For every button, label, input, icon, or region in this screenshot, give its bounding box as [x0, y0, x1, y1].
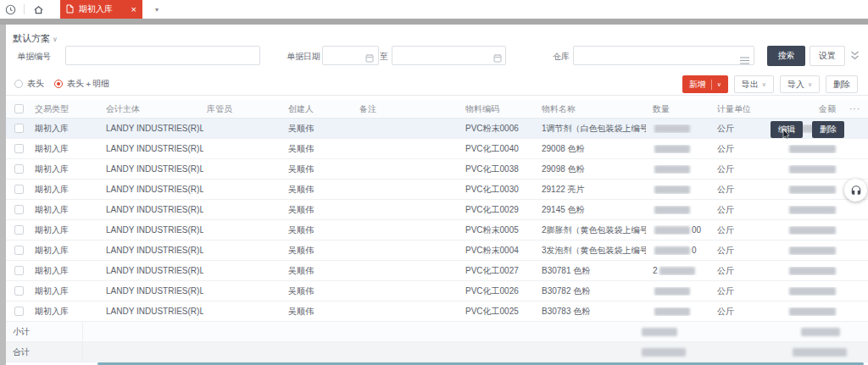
window-divider-band: [0, 19, 868, 25]
table-row[interactable]: 期初入库LANDY INDUSTRIES(R)LTD吴顺伟PVC粉末00061调…: [6, 119, 868, 139]
table-row[interactable]: 期初入库LANDY INDUSTRIES(R)LTD吴顺伟PVC化工004029…: [6, 139, 868, 159]
cell-material-name: 29008 色粉: [538, 143, 646, 155]
warehouse-lookup-input[interactable]: [573, 46, 754, 65]
lookup-list-icon[interactable]: [740, 53, 749, 68]
mouse-cursor-icon: [782, 130, 790, 141]
column-settings-button[interactable]: ···: [848, 104, 868, 113]
document-icon: [66, 2, 74, 17]
home-icon[interactable]: [28, 0, 48, 19]
chevron-down-icon: ∨: [762, 81, 766, 88]
col-remark[interactable]: 备注: [356, 103, 462, 115]
cell-amount-redacted: [767, 206, 848, 214]
table-row[interactable]: 期初入库LANDY INDUSTRIES(R)LTD吴顺伟PVC粉末00043发…: [6, 241, 868, 261]
chevron-down-icon: ∨: [717, 81, 721, 88]
cell-creator: 吴顺伟: [285, 245, 356, 257]
doc-no-label: 单据编号: [17, 51, 51, 63]
row-checkbox[interactable]: [14, 307, 24, 316]
settings-button[interactable]: 设置: [810, 46, 845, 66]
collapse-filters-icon[interactable]: [850, 49, 860, 64]
cell-transaction-type: 期初入库: [31, 245, 103, 257]
tab-initial-stock-in[interactable]: 期初入库 ×: [60, 0, 142, 19]
row-checkbox[interactable]: [14, 246, 24, 255]
filter-scheme-dropdown[interactable]: 默认方案 ∨: [13, 32, 58, 45]
app-window: 期初入库 × ▾ 默认方案 ∨ 单据编号 单据日期 至 仓库: [0, 0, 868, 365]
cell-transaction-type: 期初入库: [31, 123, 103, 135]
row-checkbox[interactable]: [14, 164, 24, 174]
doc-no-input[interactable]: [65, 46, 260, 65]
col-material-code[interactable]: 物料编码: [462, 103, 538, 115]
col-creator[interactable]: 创建人: [285, 103, 356, 115]
tab-close-icon[interactable]: ×: [131, 5, 136, 14]
cell-material-name: B30781 色粉: [538, 265, 646, 277]
table-row[interactable]: 期初入库LANDY INDUSTRIES(R)LTD吴顺伟PVC化工003829…: [6, 159, 868, 180]
row-checkbox[interactable]: [14, 205, 24, 214]
cell-amount-redacted: [767, 246, 848, 255]
date-to-input[interactable]: [392, 46, 506, 65]
cell-material-code: PVC化工0029: [462, 204, 538, 216]
col-quantity[interactable]: 数量: [646, 103, 712, 115]
export-button-label: 导出: [742, 79, 759, 91]
calendar-icon[interactable]: [365, 51, 374, 66]
total-label: 合计: [6, 342, 83, 362]
delete-button[interactable]: 删除: [826, 75, 858, 93]
cell-unit: 公斤: [712, 184, 767, 196]
row-checkbox[interactable]: [14, 144, 24, 153]
import-button[interactable]: 导入 ∨: [780, 75, 820, 93]
cell-material-code: PVC化工0040: [462, 143, 538, 155]
col-warehouse-keeper[interactable]: 库管员: [203, 103, 285, 115]
cell-material-name: 3发泡剂（黄色包装袋上编号3）: [538, 245, 646, 257]
select-all-checkbox[interactable]: [14, 104, 24, 113]
table-row[interactable]: 期初入库LANDY INDUSTRIES(R)LTD吴顺伟PVC化工002929…: [6, 200, 868, 220]
cell-amount-redacted: [767, 165, 848, 174]
history-icon[interactable]: [0, 0, 20, 19]
row-checkbox[interactable]: [14, 266, 24, 275]
cell-material-code: PVC粉末0005: [462, 224, 538, 236]
radio-header-only[interactable]: 表头: [14, 78, 44, 90]
cell-accounting-entity: LANDY INDUSTRIES(R)LTD: [103, 246, 203, 255]
col-unit[interactable]: 计量单位: [712, 103, 767, 115]
row-checkbox[interactable]: [14, 185, 24, 194]
subtotal-row: 小计: [6, 322, 868, 342]
table-row[interactable]: 期初入库LANDY INDUSTRIES(R)LTD吴顺伟PVC化工0027B3…: [6, 261, 868, 281]
table-row[interactable]: 期初入库LANDY INDUSTRIES(R)LTD吴顺伟PVC化工003029…: [6, 180, 868, 200]
radio-label: 表头＋明细: [67, 78, 109, 90]
subtotal-amount-redacted: [801, 328, 840, 336]
cell-transaction-type: 期初入库: [31, 285, 103, 297]
scheme-label: 默认方案: [13, 33, 50, 43]
cell-quantity-redacted: 2: [646, 266, 712, 275]
delete-button-label: 删除: [833, 79, 850, 91]
table-header-row: 交易类型 会计主体 库管员 创建人 备注 物料编码 物料名称 数量 计量单位 金…: [6, 100, 868, 119]
tab-list-dropdown-icon[interactable]: ▾: [149, 6, 164, 14]
toolbar: 新增 ∨ 导出 ∨ 导入 ∨ 删除: [682, 75, 858, 93]
row-checkbox[interactable]: [14, 225, 24, 235]
cell-accounting-entity: LANDY INDUSTRIES(R)LTD: [103, 307, 203, 316]
col-material-name[interactable]: 物料名称: [538, 103, 646, 115]
col-amount[interactable]: 金额: [767, 103, 848, 115]
cell-accounting-entity: LANDY INDUSTRIES(R)LTD: [103, 205, 203, 214]
cell-accounting-entity: LANDY INDUSTRIES(R)LTD: [103, 225, 203, 235]
search-button[interactable]: 搜索: [767, 46, 805, 66]
row-delete-button[interactable]: 删除: [812, 121, 844, 138]
tab-bar: 期初入库 × ▾: [0, 0, 868, 19]
row-checkbox[interactable]: [14, 124, 24, 133]
add-button[interactable]: 新增 ∨: [682, 75, 728, 93]
cell-accounting-entity: LANDY INDUSTRIES(R)LTD: [103, 266, 203, 275]
col-transaction-type[interactable]: 交易类型: [31, 103, 103, 115]
calendar-icon[interactable]: [493, 51, 502, 66]
col-accounting-entity[interactable]: 会计主体: [103, 103, 203, 115]
cell-transaction-type: 期初入库: [31, 143, 103, 155]
table-row[interactable]: 期初入库LANDY INDUSTRIES(R)LTD吴顺伟PVC粉末00052膨…: [6, 220, 868, 241]
row-checkbox[interactable]: [14, 286, 24, 296]
cell-material-name: B30782 色粉: [538, 285, 646, 297]
cell-creator: 吴顺伟: [285, 224, 356, 236]
table-row[interactable]: 期初入库LANDY INDUSTRIES(R)LTD吴顺伟PVC化工0026B3…: [6, 281, 868, 301]
cell-quantity-redacted: 00: [646, 225, 712, 235]
cell-transaction-type: 期初入库: [31, 306, 103, 318]
export-button[interactable]: 导出 ∨: [734, 75, 774, 93]
customer-service-button[interactable]: [844, 179, 867, 202]
subtotal-label: 小计: [6, 322, 83, 341]
radio-header-detail[interactable]: 表头＋明细: [54, 78, 109, 90]
cell-amount-redacted: [767, 185, 848, 194]
cell-unit: 公斤: [712, 245, 767, 257]
table-row[interactable]: 期初入库LANDY INDUSTRIES(R)LTD吴顺伟PVC化工0025B3…: [6, 301, 868, 322]
